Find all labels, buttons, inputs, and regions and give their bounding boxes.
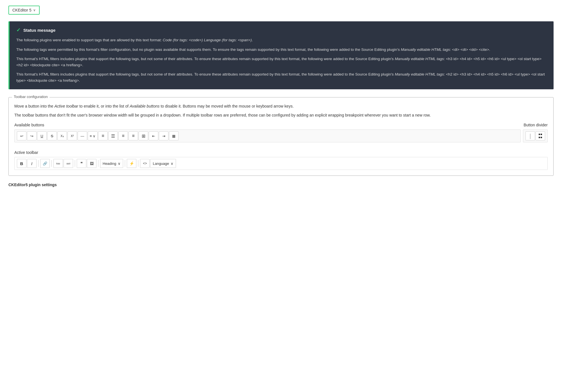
heading-label: Heading xyxy=(103,161,116,166)
toolbar-desc-1: Move a button into the Active toolbar to… xyxy=(14,103,548,109)
active-toolbar-label: Active toolbar xyxy=(14,150,548,155)
available-buttons-area: ↩ ↪ U S X₂ X² — ≡ ∨ ≡ ☰ ≡ ≡ ⊞ ⇤ ⇥ ▦ | xyxy=(14,129,548,146)
button-divider-label: Button divider xyxy=(523,123,548,127)
decrease-indent-button[interactable]: ⇤ xyxy=(149,131,158,140)
toolbar-desc-2: The toolbar buttons that don't fit the u… xyxy=(14,112,548,118)
toolbar-config-legend: Toolbar configuration xyxy=(12,95,49,99)
redo-button[interactable]: ↪ xyxy=(27,131,37,140)
language-chevron-icon: ∨ xyxy=(171,161,173,166)
status-paragraph-1: The following plugins were enabled to su… xyxy=(16,37,547,43)
media-button[interactable]: ▦ xyxy=(169,131,179,140)
separator-3 xyxy=(75,160,75,167)
list-ul-toolbar-button[interactable]: ≔ xyxy=(53,159,63,168)
separator-4 xyxy=(98,160,98,167)
chevron-down-icon: ∨ xyxy=(33,8,36,12)
status-title: Status message xyxy=(23,28,55,33)
status-message-box: ✓ Status message The following plugins w… xyxy=(8,21,554,89)
svg-rect-2 xyxy=(539,137,540,138)
quote-toolbar-button[interactable]: ❝ xyxy=(77,159,86,168)
toolbar-description: Move a button into the Active toolbar to… xyxy=(14,103,548,118)
strikethrough-button[interactable]: S xyxy=(47,131,57,140)
separator-1 xyxy=(38,160,39,167)
heading-dropdown[interactable]: Heading ∨ xyxy=(100,159,123,168)
buttons-row-header: Available buttons Button divider xyxy=(14,123,548,127)
svg-rect-3 xyxy=(541,137,542,138)
svg-rect-1 xyxy=(541,134,542,135)
status-header: ✓ Status message xyxy=(16,27,547,33)
bold-toolbar-button[interactable]: B xyxy=(17,159,26,168)
undo-button[interactable]: ↩ xyxy=(17,131,26,140)
separator-2 xyxy=(51,160,52,167)
italic-toolbar-button[interactable]: I xyxy=(27,159,37,168)
align-dropdown-button[interactable]: ≡ ∨ xyxy=(88,131,98,140)
toolbar-config-container: Toolbar configuration Move a button into… xyxy=(8,97,554,176)
active-toolbar-section: Active toolbar B I 🔗 ≔ ≕ ❝ 🖼 Heading ∨ ⚡… xyxy=(14,150,548,170)
separator-6 xyxy=(138,160,138,167)
plugin-settings-title: CKEditor5 plugin settings xyxy=(8,183,554,187)
language-dropdown[interactable]: Language ∨ xyxy=(150,159,176,168)
image-toolbar-button[interactable]: 🖼 xyxy=(87,159,96,168)
status-paragraph-3: This format's HTML filters includes plug… xyxy=(16,56,547,68)
align-center-button[interactable]: ☰ xyxy=(108,131,118,140)
align-right-button[interactable]: ≡ xyxy=(118,131,128,140)
separator-5 xyxy=(125,160,125,167)
increase-indent-button[interactable]: ⇥ xyxy=(159,131,168,140)
code-toolbar-button[interactable]: <> xyxy=(140,159,150,168)
vline-divider-button[interactable]: | xyxy=(525,131,535,140)
active-toolbar-row: B I 🔗 ≔ ≕ ❝ 🖼 Heading ∨ ⚡ <> Language ∨ xyxy=(14,157,548,170)
heading-chevron-icon: ∨ xyxy=(118,161,121,166)
status-paragraph-4: This format's HTML filters includes plug… xyxy=(16,71,547,83)
ckeditor-version-dropdown[interactable]: CKEditor 5 ∨ xyxy=(8,6,40,15)
subscript-button[interactable]: X₂ xyxy=(57,131,67,140)
hline-button[interactable]: — xyxy=(78,131,87,140)
available-buttons-row: ↩ ↪ U S X₂ X² — ≡ ∨ ≡ ☰ ≡ ≡ ⊞ ⇤ ⇥ ▦ xyxy=(14,129,521,142)
block-divider-icon xyxy=(538,133,543,139)
check-icon: ✓ xyxy=(16,27,21,33)
table-button[interactable]: ⊞ xyxy=(139,131,148,140)
available-buttons-label: Available buttons xyxy=(14,123,44,127)
align-justify-button[interactable]: ≡ xyxy=(128,131,138,140)
superscript-button[interactable]: X² xyxy=(67,131,77,140)
align-left-button[interactable]: ≡ xyxy=(98,131,108,140)
status-paragraph-2: The following tags were permitted by thi… xyxy=(16,47,547,53)
language-label: Language xyxy=(153,161,169,166)
underline-button[interactable]: U xyxy=(37,131,47,140)
svg-rect-0 xyxy=(539,134,540,135)
source-editing-toolbar-button[interactable]: ⚡ xyxy=(127,159,136,168)
block-divider-button[interactable] xyxy=(536,131,545,140)
divider-buttons-area: | xyxy=(523,129,548,142)
dropdown-label: CKEditor 5 xyxy=(12,8,31,12)
available-buttons-section: Available buttons Button divider ↩ ↪ U S… xyxy=(14,123,548,146)
list-ol-toolbar-button[interactable]: ≕ xyxy=(64,159,73,168)
link-toolbar-button[interactable]: 🔗 xyxy=(40,159,50,168)
status-body: The following plugins were enabled to su… xyxy=(16,37,547,84)
